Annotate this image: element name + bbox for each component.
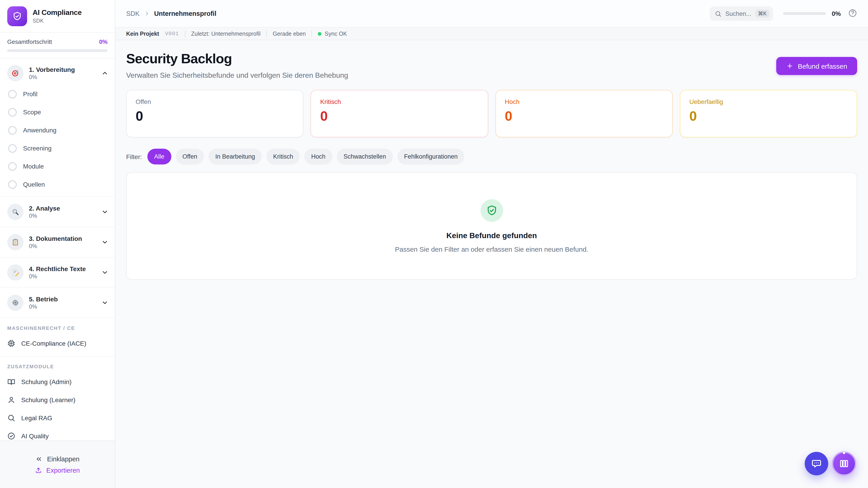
overall-progress-block: Gesamtfortschritt 0% [0,33,115,58]
collapse-sidebar-button[interactable]: Einklappen [35,455,80,462]
step-group-rechtliche-texte: 4. Rechtliche Texte 0% [0,258,115,288]
module-label: Legal RAG [21,414,52,422]
filter-chip-hoch[interactable]: Hoch [305,149,332,164]
filter-chip-schwachstellen[interactable]: Schwachstellen [337,149,393,164]
chevron-down-icon[interactable] [101,208,108,216]
export-button[interactable]: Exportieren [35,466,80,474]
module-label: Schulung (Admin) [21,378,72,385]
project-name: Kein Projekt [126,31,159,37]
stat-value: 0 [505,108,663,124]
stat-label: Ueberfaellig [689,98,848,105]
stat-card-offen[interactable]: Offen 0 [126,90,304,137]
step-percent: 0% [29,304,58,310]
chevron-right-icon [144,10,150,17]
app-title: AI Compliance [33,8,82,17]
clipboard-icon [11,238,20,246]
step-group-betrieb: 5. Betrieb 0% [0,288,115,318]
topbar-right: Suchen... ⌘K 0% [710,6,857,21]
sidebar-substep-module[interactable]: Module [0,157,115,175]
stats-row: Offen 0 Kritisch 0 Hoch 0 Ueberfaellig 0 [126,90,857,137]
divider [267,31,267,37]
sidebar-step-rechtliche-texte[interactable]: 4. Rechtliche Texte 0% [0,261,115,284]
topbar-progress-bar [783,12,826,15]
substep-label: Screening [23,144,52,152]
search-input[interactable]: Suchen... ⌘K [710,6,773,21]
page-header: Security Backlog Verwalten Sie Sicherhei… [126,51,857,79]
stat-label: Offen [135,98,294,105]
filter-chip-alle[interactable]: Alle [147,149,171,164]
sidebar-step-dokumentation[interactable]: 3. Dokumentation 0% [0,230,115,254]
help-circle-icon [848,8,857,18]
shield-check-icon [12,11,22,21]
step-icon-circle [7,295,24,311]
section-header: ZUSATZMODULE [0,358,115,373]
radio-circle-icon [8,90,17,98]
keyboard-shortcut-badge: ⌘K [755,9,769,18]
columns-icon [839,458,849,469]
step-label: 1. Vorbereitung [29,66,75,73]
step-label: 2. Analyse [29,205,60,212]
filter-chip-in-bearbeitung[interactable]: In Bearbeitung [209,149,262,164]
help-button[interactable] [848,8,857,19]
sidebar-item-schulung-learner[interactable]: Schulung (Learner) [0,391,115,409]
breadcrumb: SDK Unternehmensprofil [126,10,216,17]
stat-card-hoch[interactable]: Hoch 0 [495,90,673,137]
board-fab-button[interactable] [832,451,856,476]
page-title: Security Backlog [126,51,348,66]
filter-chip-fehlkonfigurationen[interactable]: Fehlkonfigurationen [397,149,464,164]
step-icon-circle [7,234,24,250]
sidebar-item-legal-rag[interactable]: Legal RAG [0,409,115,427]
stat-card-ueberfaellig[interactable]: Ueberfaellig 0 [680,90,857,137]
chevron-down-icon[interactable] [101,299,108,306]
step-icon-circle [7,264,24,281]
chevron-down-icon[interactable] [101,238,108,246]
chevron-down-icon[interactable] [101,269,108,276]
radio-circle-icon [8,108,17,116]
step-label: 3. Dokumentation [29,235,82,242]
overall-progress-value: 0% [99,38,107,45]
topbar: SDK Unternehmensprofil Suchen... ⌘K 0% [115,0,868,27]
main-column: SDK Unternehmensprofil Suchen... ⌘K 0% K… [115,0,868,488]
empty-state-title: Keine Befunde gefunden [446,231,537,240]
chevron-up-icon[interactable] [101,70,108,77]
floating-buttons [805,451,856,476]
sidebar-substep-profil[interactable]: Profil [0,85,115,103]
breadcrumb-root[interactable]: SDK [126,10,140,17]
app-logo-text: AI Compliance SDK [33,8,82,24]
sidebar: AI Compliance SDK Gesamtfortschritt 0% [0,0,115,488]
sync-status: Sync OK [318,31,347,37]
chat-bubble-icon [811,458,822,469]
radio-circle-icon [8,180,17,189]
section-zusatzmodule: ZUSATZMODULE Schulung (Admin) Schulung (… [0,357,115,441]
substep-label: Module [23,163,44,170]
step-percent: 0% [29,74,75,80]
sidebar-substep-anwendung[interactable]: Anwendung [0,121,115,139]
section-maschinenrecht: MASCHINENRECHT / CE CE-Compliance (IACE) [0,318,115,357]
add-finding-button[interactable]: Befund erfassen [776,57,857,75]
sidebar-substep-scope[interactable]: Scope [0,103,115,121]
stat-card-kritisch[interactable]: Kritisch 0 [311,90,488,137]
sidebar-step-analyse[interactable]: 2. Analyse 0% [0,200,115,224]
module-label: CE-Compliance (IACE) [21,340,86,347]
divider [185,31,185,37]
sidebar-step-vorbereitung[interactable]: 1. Vorbereitung 0% [0,61,115,85]
step-group-vorbereitung: 1. Vorbereitung 0% Profil Scope Anwendun… [0,58,115,197]
sidebar-item-ce-compliance[interactable]: CE-Compliance (IACE) [0,334,115,352]
filter-chip-kritisch[interactable]: Kritisch [266,149,300,164]
sidebar-item-schulung-admin[interactable]: Schulung (Admin) [0,373,115,391]
filter-chip-offen[interactable]: Offen [176,149,204,164]
search-icon [7,414,16,422]
sidebar-substep-screening[interactable]: Screening [0,139,115,157]
app-subtitle: SDK [33,18,82,24]
sidebar-step-betrieb[interactable]: 5. Betrieb 0% [0,291,115,315]
radio-circle-icon [8,126,17,134]
page-subtitle: Verwalten Sie Sicherheitsbefunde und ver… [126,71,348,79]
stat-value: 0 [689,108,848,124]
chat-fab-button[interactable] [805,452,828,475]
sidebar-substep-quellen[interactable]: Quellen [0,175,115,193]
breadcrumb-current: Unternehmensprofil [154,10,217,17]
overall-progress-bar [7,49,107,52]
sidebar-item-ai-quality[interactable]: AI Quality [0,427,115,441]
app-logo-block: AI Compliance SDK [0,0,115,33]
collapse-label: Einklappen [47,455,80,462]
